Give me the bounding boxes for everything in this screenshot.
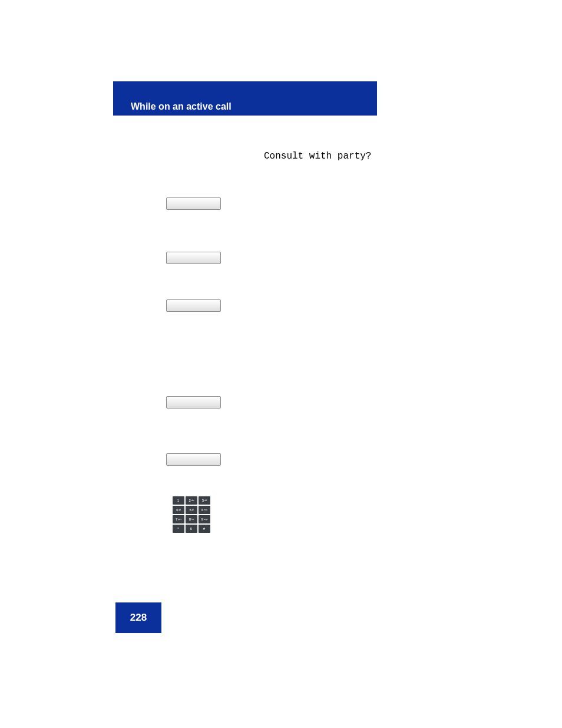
key-9[interactable]: 9wxyz (199, 515, 210, 523)
softkey-button-4[interactable] (166, 396, 221, 409)
consult-prompt-text: Consult with party? (264, 151, 371, 162)
key-num: 2 (189, 499, 190, 502)
key-num: 3 (202, 499, 204, 502)
keypad-row: 1 2abc 3def (173, 496, 211, 505)
key-sub: abc (191, 500, 194, 502)
key-num: 4 (176, 508, 178, 512)
key-6[interactable]: 6mno (199, 506, 210, 514)
key-8[interactable]: 8tuv (186, 515, 197, 523)
key-num: * (177, 527, 178, 531)
key-0[interactable]: 0 (186, 525, 197, 533)
key-num: 5 (189, 508, 191, 512)
softkey-button-1[interactable] (166, 197, 221, 210)
key-sub: mno (204, 509, 207, 511)
key-sub: def (204, 500, 207, 502)
key-7[interactable]: 7pqrs (173, 515, 184, 523)
key-sub: jkl (192, 509, 194, 511)
key-num: 1 (177, 499, 179, 502)
key-star[interactable]: * (173, 525, 184, 533)
key-5[interactable]: 5jkl (186, 506, 197, 514)
key-sub: tuv (191, 519, 194, 521)
key-4[interactable]: 4ghi (173, 506, 184, 514)
keypad-row: 7pqrs 8tuv 9wxyz (173, 515, 211, 523)
key-sub: pqrs (178, 519, 181, 521)
key-1[interactable]: 1 (173, 496, 184, 505)
key-num: 9 (201, 518, 203, 521)
key-3[interactable]: 3def (199, 496, 210, 505)
key-num: 8 (189, 518, 191, 521)
page-number: 228 (130, 612, 147, 624)
softkey-button-2[interactable] (166, 252, 221, 264)
keypad-row: * 0 # (173, 525, 211, 533)
key-num: 7 (176, 518, 177, 521)
key-sub: wxyz (204, 519, 208, 521)
page-header-title: While on an active call (131, 101, 232, 112)
document-page: While on an active call Consult with par… (0, 0, 562, 728)
key-num: # (203, 527, 205, 531)
softkey-button-3[interactable] (166, 299, 221, 312)
key-num: 0 (190, 527, 192, 531)
softkey-button-5[interactable] (166, 453, 221, 466)
page-number-box: 228 (115, 602, 161, 633)
key-num: 6 (201, 508, 203, 512)
keypad-row: 4ghi 5jkl 6mno (173, 506, 211, 514)
key-hash[interactable]: # (199, 525, 210, 533)
key-2[interactable]: 2abc (186, 496, 197, 505)
dialpad-keypad: 1 2abc 3def 4ghi 5jkl 6mno 7pqrs 8tuv 9w… (173, 496, 211, 534)
key-sub: ghi (178, 509, 181, 511)
